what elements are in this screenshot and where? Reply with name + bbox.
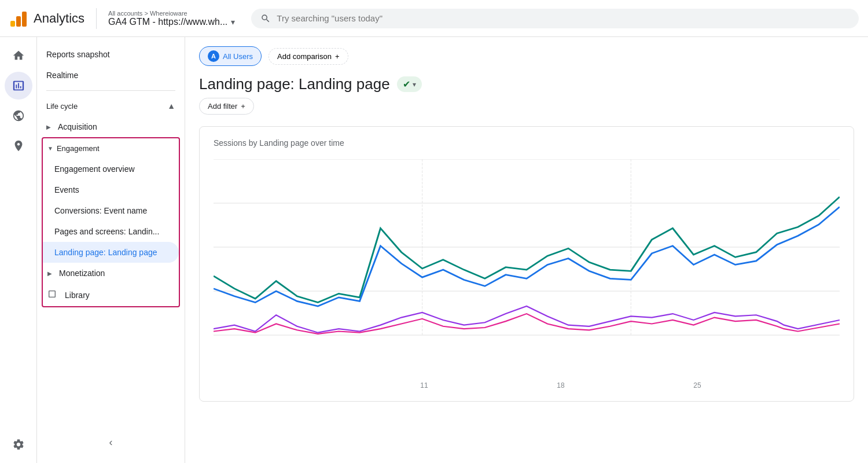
collapse-nav-button[interactable]: ‹ xyxy=(100,431,123,454)
nav-divider-1 xyxy=(46,90,175,91)
search-input[interactable] xyxy=(277,13,849,23)
nav-landing-page[interactable]: Landing page: Landing page xyxy=(43,242,179,263)
app-title: Analytics xyxy=(34,11,84,26)
all-users-label: All Users xyxy=(223,52,253,61)
analytics-logo-icon xyxy=(9,9,28,28)
content-area: A All Users Add comparison + Landing pag… xyxy=(185,37,868,463)
lifecycle-label: Life cycle xyxy=(46,102,78,111)
chart-container: Sessions by Landing page over time xyxy=(199,126,854,402)
pink-line xyxy=(214,314,840,334)
chevron-up-icon: ▲ xyxy=(167,101,175,111)
main-layout: Reports snapshot Realtime Life cycle ▲ ▶… xyxy=(0,37,868,463)
nav-realtime[interactable]: Realtime xyxy=(37,65,185,86)
icon-sidebar xyxy=(0,37,37,463)
acquisition-label: Acquisition xyxy=(58,122,97,131)
x-label-25: 25 xyxy=(629,381,766,389)
breadcrumb: All accounts > Whereioware xyxy=(108,10,235,17)
search-bar[interactable] xyxy=(251,9,859,28)
conversions-label: Conversions: Event name xyxy=(54,206,147,215)
search-icon xyxy=(260,13,271,24)
chevron-left-icon: ‹ xyxy=(109,436,113,449)
x-label-11: 11 xyxy=(356,381,492,389)
sidebar-item-settings[interactable] xyxy=(5,431,32,458)
nav-arrow-right-icon: ▶ xyxy=(46,124,51,130)
filter-row: Add filter + xyxy=(199,98,854,115)
add-filter-label: Add filter xyxy=(208,102,237,111)
page-title-row: Landing page: Landing page ✔ ▾ xyxy=(199,75,854,93)
verified-badge[interactable]: ✔ ▾ xyxy=(397,76,422,92)
add-filter-button[interactable]: Add filter + xyxy=(199,98,254,115)
sidebar-item-reports[interactable] xyxy=(5,72,32,100)
chart-title: Sessions by Landing page over time xyxy=(214,138,840,148)
chart-area xyxy=(214,159,840,379)
realtime-label: Realtime xyxy=(46,71,78,80)
nav-library[interactable]: Library xyxy=(43,284,179,306)
nav-engagement-overview[interactable]: Engagement overview xyxy=(43,159,179,179)
sidebar-item-explore[interactable] xyxy=(5,102,32,130)
nav-monetization[interactable]: ▶ Monetization xyxy=(43,263,179,284)
reports-snapshot-label: Reports snapshot xyxy=(46,50,110,59)
all-users-avatar: A xyxy=(208,50,219,62)
verified-check-icon: ✔ xyxy=(403,79,410,90)
nav-sidebar: Reports snapshot Realtime Life cycle ▲ ▶… xyxy=(37,37,185,463)
x-axis-labels: 11 18 25 xyxy=(214,381,840,389)
property-selector[interactable]: GA4 GTM - https://www.wh... ▾ xyxy=(108,17,235,27)
topbar: Analytics All accounts > Whereioware GA4… xyxy=(0,0,868,37)
chart-svg xyxy=(214,159,840,379)
add-comparison-button[interactable]: Add comparison + xyxy=(269,48,348,65)
nav-lifecycle-section[interactable]: Life cycle ▲ xyxy=(37,95,185,116)
svg-rect-1 xyxy=(16,16,21,27)
nav-pages-screens[interactable]: Pages and screens: Landin... xyxy=(43,221,179,242)
chevron-down-icon: ▾ xyxy=(231,17,235,27)
nav-conversions[interactable]: Conversions: Event name xyxy=(43,200,179,221)
nav-engagement-box: ▼ Engagement Engagement overview Events … xyxy=(42,137,180,307)
engagement-label: Engagement xyxy=(57,144,100,153)
nav-engagement-header[interactable]: ▼ Engagement xyxy=(43,138,179,159)
nav-acquisition[interactable]: ▶ Acquisition xyxy=(37,116,185,137)
chevron-down-badge-icon: ▾ xyxy=(413,80,416,89)
logo-area: Analytics xyxy=(9,9,84,28)
account-area[interactable]: All accounts > Whereioware GA4 GTM - htt… xyxy=(108,10,235,27)
nav-reports-snapshot[interactable]: Reports snapshot xyxy=(37,44,185,65)
plus-icon: + xyxy=(335,52,340,61)
property-name: GA4 GTM - https://www.wh... xyxy=(108,17,227,27)
all-users-chip[interactable]: A All Users xyxy=(199,46,262,66)
monetization-label: Monetization xyxy=(59,269,105,278)
nav-events[interactable]: Events xyxy=(43,179,179,200)
engagement-overview-label: Engagement overview xyxy=(54,164,135,174)
events-label: Events xyxy=(54,185,79,194)
svg-rect-0 xyxy=(10,21,15,27)
nav-arrow-right-icon-2: ▶ xyxy=(47,270,52,277)
library-label: Library xyxy=(65,291,90,300)
landing-page-label: Landing page: Landing page xyxy=(54,248,157,257)
page-title: Landing page: Landing page xyxy=(199,75,390,93)
pages-screens-label: Pages and screens: Landin... xyxy=(54,227,159,236)
teal-line xyxy=(214,197,840,302)
nav-arrow-down-icon: ▼ xyxy=(47,145,53,152)
sidebar-item-home[interactable] xyxy=(5,42,32,69)
topbar-divider xyxy=(96,8,97,29)
add-comparison-label: Add comparison xyxy=(277,52,332,61)
x-label-18: 18 xyxy=(492,381,629,389)
sidebar-item-advertising[interactable] xyxy=(5,132,32,160)
purple-line xyxy=(214,306,840,333)
content-toolbar: A All Users Add comparison + xyxy=(199,46,854,66)
filter-plus-icon: + xyxy=(241,102,245,111)
library-icon xyxy=(47,289,57,300)
svg-rect-2 xyxy=(22,12,27,27)
